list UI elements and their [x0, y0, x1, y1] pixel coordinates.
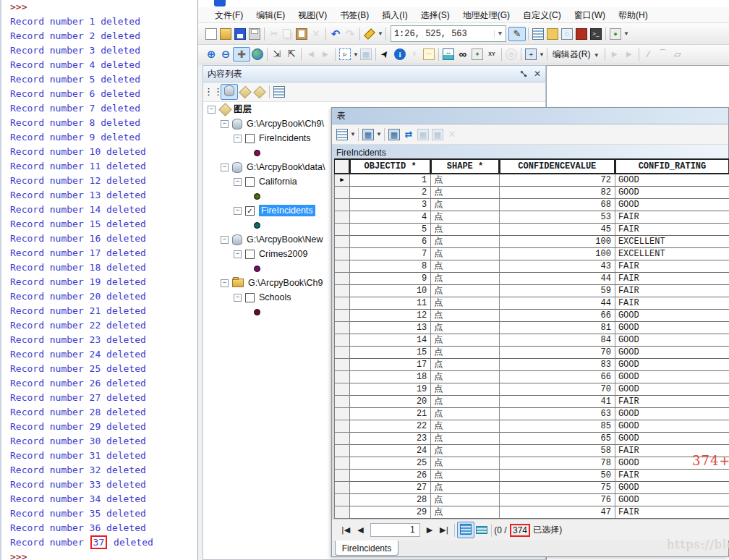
point-symbol-icon[interactable] — [254, 150, 260, 156]
identify-icon[interactable] — [394, 48, 406, 60]
row-header-cell[interactable] — [334, 334, 350, 347]
expand-collapse-box[interactable]: − — [234, 207, 242, 215]
list-by-source-icon[interactable] — [224, 85, 234, 96]
tree-item-label[interactable]: FireIncidents — [259, 133, 311, 143]
row-header-cell[interactable] — [334, 457, 350, 470]
row-header-cell[interactable] — [334, 482, 350, 494]
tree-item-label[interactable]: California — [259, 177, 297, 187]
table-of-contents-icon[interactable] — [532, 28, 544, 40]
expand-collapse-box[interactable]: − — [208, 106, 216, 114]
row-header-cell[interactable] — [334, 359, 350, 371]
row-header-cell[interactable] — [334, 470, 350, 482]
layer-visibility-checkbox[interactable]: ✓ — [245, 206, 255, 216]
expand-collapse-box[interactable]: − — [221, 120, 229, 128]
previous-record-button[interactable]: ◀ — [357, 525, 363, 535]
clear-selection-icon[interactable] — [360, 48, 372, 60]
table-options-dropdown-arrow[interactable]: ▼ — [350, 131, 356, 137]
row-header-cell[interactable] — [334, 310, 350, 322]
row-header-cell[interactable] — [334, 494, 350, 506]
create-polygon-icon[interactable]: ▱ — [672, 48, 683, 60]
catalog-window-icon[interactable] — [547, 28, 558, 40]
back-extent-icon[interactable] — [305, 48, 317, 60]
expand-collapse-box[interactable]: − — [221, 164, 229, 171]
column-header-confid-rating[interactable]: CONFID_RATING — [615, 158, 729, 174]
expand-collapse-box[interactable]: − — [234, 178, 242, 186]
show-all-records-icon[interactable] — [460, 524, 472, 535]
row-header-cell[interactable] — [334, 199, 350, 211]
row-header-cell[interactable] — [334, 445, 350, 457]
point-symbol-icon[interactable] — [254, 309, 260, 315]
row-header-cell[interactable] — [334, 371, 350, 383]
pan-icon[interactable] — [236, 48, 247, 60]
table-window-title-bar[interactable]: 表 — [332, 108, 728, 124]
zoom-in-icon[interactable] — [205, 48, 217, 60]
point-symbol-icon[interactable] — [254, 222, 260, 229]
editor-pencil-icon[interactable] — [511, 28, 523, 40]
copy-icon[interactable] — [283, 29, 291, 38]
find-icon[interactable] — [457, 48, 469, 60]
clear-table-selection-icon[interactable] — [432, 129, 443, 140]
row-header-cell[interactable] — [334, 347, 350, 359]
column-header-confidencevalue[interactable]: CONFIDENCEVALUE — [500, 158, 615, 174]
row-header-cell[interactable] — [334, 408, 350, 420]
row-header-cell[interactable] — [334, 322, 350, 334]
switch-selection-icon[interactable] — [403, 129, 414, 140]
menu-item-4[interactable]: 插入(I) — [375, 7, 414, 23]
viewer-window-icon[interactable] — [525, 48, 537, 60]
row-header-cell[interactable] — [334, 260, 350, 273]
expand-collapse-box[interactable]: − — [221, 236, 229, 244]
paste-icon[interactable] — [296, 28, 307, 40]
layer-visibility-checkbox[interactable] — [245, 177, 255, 187]
open-document-icon[interactable] — [220, 28, 231, 40]
tree-item-label[interactable]: G:\ArcpyBook\New — [247, 234, 323, 245]
layer-visibility-checkbox[interactable] — [245, 134, 255, 143]
related-tables-dropdown-arrow[interactable]: ▼ — [376, 131, 382, 137]
add-data-icon[interactable] — [364, 28, 375, 40]
row-header-cell[interactable] — [334, 187, 350, 199]
row-header-cell[interactable] — [334, 224, 350, 236]
table-tab-fireincidents[interactable]: FireIncidents — [335, 540, 398, 556]
tree-item-label[interactable]: G:\ArcpyBook\Ch9\ — [247, 119, 324, 129]
first-record-button[interactable]: |◀ — [341, 525, 350, 535]
go-to-xy-icon[interactable] — [486, 48, 498, 60]
create-line-icon[interactable]: ∕ — [643, 48, 655, 60]
cut-icon[interactable] — [268, 28, 280, 40]
menu-item-9[interactable]: 帮助(H) — [612, 7, 655, 23]
menu-item-5[interactable]: 选择(S) — [414, 7, 456, 23]
print-icon[interactable] — [249, 28, 260, 40]
editor-menu[interactable]: 编辑器(R) ▼ — [550, 48, 602, 61]
point-symbol-icon[interactable] — [254, 266, 260, 272]
modelbuilder-icon[interactable] — [610, 28, 621, 40]
tree-item-label[interactable]: 图层 — [234, 103, 252, 116]
row-header-cell[interactable] — [334, 211, 350, 224]
tree-item-label[interactable]: Schools — [259, 292, 291, 302]
row-header-cell[interactable] — [334, 506, 350, 519]
row-header-cell[interactable] — [334, 420, 350, 433]
tree-item-label[interactable]: G:\ArcpyBook\Ch9 — [248, 278, 323, 288]
point-symbol-icon[interactable] — [254, 193, 260, 200]
list-by-selection-icon[interactable] — [253, 85, 266, 98]
related-tables-icon[interactable] — [362, 129, 374, 140]
expand-collapse-box[interactable]: − — [234, 250, 242, 258]
row-header-cell[interactable] — [334, 433, 350, 445]
menu-item-1[interactable]: 编辑(E) — [250, 7, 291, 23]
last-record-button[interactable]: ▶| — [440, 525, 448, 535]
full-extent-icon[interactable] — [252, 48, 263, 60]
show-selected-records-icon[interactable] — [476, 526, 487, 534]
html-popup-icon[interactable] — [423, 48, 435, 60]
fixed-zoom-out-icon[interactable] — [286, 48, 297, 60]
record-number-input[interactable]: 1 — [370, 523, 420, 537]
row-header-cell[interactable] — [334, 297, 350, 310]
create-arc-icon[interactable]: ⌒ — [657, 48, 669, 60]
expand-collapse-box[interactable]: − — [234, 135, 242, 143]
tree-item-label[interactable]: FireIncidents — [259, 205, 315, 216]
tools-toolbar-options-arrow[interactable]: ▼ — [539, 51, 545, 58]
layer-visibility-checkbox[interactable] — [245, 250, 255, 259]
time-slider-icon[interactable] — [506, 48, 517, 60]
row-header-cell[interactable] — [334, 383, 350, 396]
search-window-icon[interactable] — [561, 28, 573, 40]
add-data-dropdown-arrow[interactable]: ▼ — [378, 30, 383, 37]
select-features-icon[interactable] — [339, 48, 351, 60]
menu-item-0[interactable]: 文件(F) — [208, 7, 250, 23]
row-header-cell[interactable] — [334, 285, 350, 297]
